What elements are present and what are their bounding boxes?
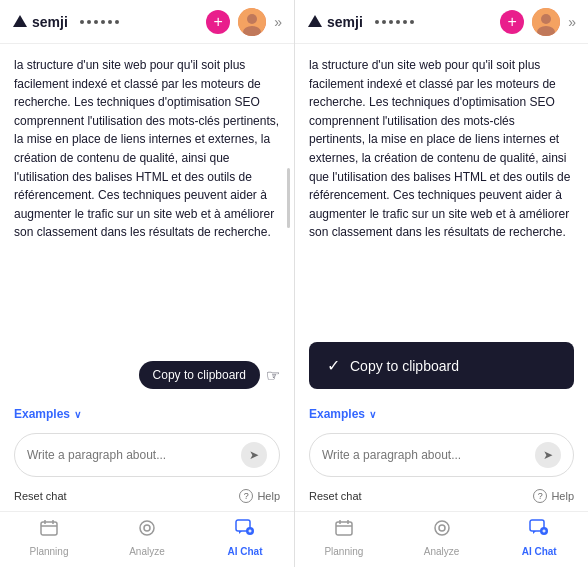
header-left: semji + »: [0, 0, 294, 44]
rdot4: [396, 20, 400, 24]
input-row-left: ➤: [14, 433, 280, 477]
send-button-right[interactable]: ➤: [535, 442, 561, 468]
examples-toggle-left[interactable]: Examples ∨: [14, 407, 280, 421]
bottom-nav-right: Planning Analyze: [295, 511, 588, 567]
send-icon-left: ➤: [249, 448, 259, 462]
examples-section-left: Examples ∨: [0, 399, 294, 427]
svg-marker-0: [13, 15, 27, 27]
input-area-right: ➤: [295, 427, 588, 485]
rdot2: [382, 20, 386, 24]
nav-analyze-left[interactable]: Analyze: [98, 518, 196, 557]
copy-btn-label-left: Copy to clipboard: [153, 368, 246, 382]
svg-point-22: [435, 521, 449, 535]
examples-chevron-right: ∨: [369, 409, 376, 420]
copy-confirmed-button-right[interactable]: ✓ Copy to clipboard: [309, 342, 574, 389]
chat-body-text-right: la structure d'un site web pour qu'il so…: [309, 56, 574, 242]
examples-section-right: Examples ∨: [295, 399, 588, 427]
bottom-actions-right: Reset chat ? Help: [295, 485, 588, 511]
input-area-left: ➤: [0, 427, 294, 485]
examples-chevron-left: ∨: [74, 409, 81, 420]
reset-chat-button-left[interactable]: Reset chat: [14, 490, 67, 502]
avatar-left: [238, 8, 266, 36]
chat-content-right[interactable]: la structure d'un site web pour qu'il so…: [295, 44, 588, 334]
planning-label-right: Planning: [324, 546, 363, 557]
rdot5: [403, 20, 407, 24]
header-right-right: + »: [500, 8, 576, 36]
reset-chat-button-right[interactable]: Reset chat: [309, 490, 362, 502]
copy-confirmed-label-right: Copy to clipboard: [350, 358, 459, 374]
dot3: [94, 20, 98, 24]
logo-text-left: semji: [32, 14, 68, 30]
dot1: [80, 20, 84, 24]
chevron-right-left[interactable]: »: [274, 14, 282, 30]
aichat-icon-left: [235, 518, 255, 543]
add-button-right[interactable]: +: [500, 10, 524, 34]
input-row-right: ➤: [309, 433, 574, 477]
app-wrapper: semji + »: [0, 0, 588, 567]
avatar-image-left: [238, 8, 266, 36]
aichat-label-right: AI Chat: [522, 546, 557, 557]
svg-point-9: [144, 525, 150, 531]
paragraph-input-left[interactable]: [27, 448, 241, 462]
nav-aichat-right[interactable]: AI Chat: [490, 518, 588, 557]
bottom-actions-left: Reset chat ? Help: [0, 485, 294, 511]
dot2: [87, 20, 91, 24]
copy-to-clipboard-button-left[interactable]: Copy to clipboard: [139, 361, 260, 389]
nav-analyze-right[interactable]: Analyze: [393, 518, 491, 557]
scroll-indicator-left: [287, 168, 290, 228]
nav-planning-left[interactable]: Planning: [0, 518, 98, 557]
help-circle-icon-left: ?: [239, 489, 253, 503]
aichat-icon-right: [529, 518, 549, 543]
svg-point-16: [541, 14, 551, 24]
dot6: [115, 20, 119, 24]
bottom-nav-left: Planning Analyze: [0, 511, 294, 567]
rdot1: [375, 20, 379, 24]
check-icon-right: ✓: [327, 356, 340, 375]
examples-toggle-right[interactable]: Examples ∨: [309, 407, 574, 421]
help-label-left: Help: [257, 490, 280, 502]
panel-left: semji + »: [0, 0, 294, 567]
planning-icon-left: [39, 518, 59, 543]
semji-logo-icon-right: [307, 14, 323, 30]
analyze-label-right: Analyze: [424, 546, 460, 557]
help-circle-icon-right: ?: [533, 489, 547, 503]
planning-icon-right: [334, 518, 354, 543]
copy-confirmed-area-right: ✓ Copy to clipboard: [295, 334, 588, 399]
help-link-right[interactable]: ? Help: [533, 489, 574, 503]
rdot3: [389, 20, 393, 24]
rdot6: [410, 20, 414, 24]
examples-label-text-left: Examples: [14, 407, 70, 421]
analyze-icon-left: [137, 518, 157, 543]
avatar-image-right: [532, 8, 560, 36]
help-link-left[interactable]: ? Help: [239, 489, 280, 503]
svg-marker-14: [308, 15, 322, 27]
dot5: [108, 20, 112, 24]
nav-planning-right[interactable]: Planning: [295, 518, 393, 557]
cursor-icon-left: ☞: [266, 366, 280, 385]
aichat-label-left: AI Chat: [228, 546, 263, 557]
planning-label-left: Planning: [30, 546, 69, 557]
header-right: semji + »: [295, 0, 588, 44]
nav-aichat-left[interactable]: AI Chat: [196, 518, 294, 557]
header-dots-left[interactable]: [80, 20, 119, 24]
panel-right: semji + »: [294, 0, 588, 567]
svg-point-23: [439, 525, 445, 531]
logo-right: semji: [307, 14, 363, 30]
svg-point-2: [247, 14, 257, 24]
add-button-left[interactable]: +: [206, 10, 230, 34]
logo-text-right: semji: [327, 14, 363, 30]
analyze-label-left: Analyze: [129, 546, 165, 557]
send-icon-right: ➤: [543, 448, 553, 462]
svg-rect-4: [41, 522, 57, 535]
send-button-left[interactable]: ➤: [241, 442, 267, 468]
header-dots-right[interactable]: [375, 20, 414, 24]
logo-left: semji: [12, 14, 68, 30]
chat-content-left[interactable]: la structure d'un site web pour qu'il so…: [0, 44, 294, 353]
dot4: [101, 20, 105, 24]
svg-rect-18: [336, 522, 352, 535]
copy-btn-area-left: Copy to clipboard ☞: [0, 353, 294, 399]
examples-label-text-right: Examples: [309, 407, 365, 421]
chevron-right-right[interactable]: »: [568, 14, 576, 30]
chat-body-text-left: la structure d'un site web pour qu'il so…: [14, 56, 280, 242]
paragraph-input-right[interactable]: [322, 448, 535, 462]
